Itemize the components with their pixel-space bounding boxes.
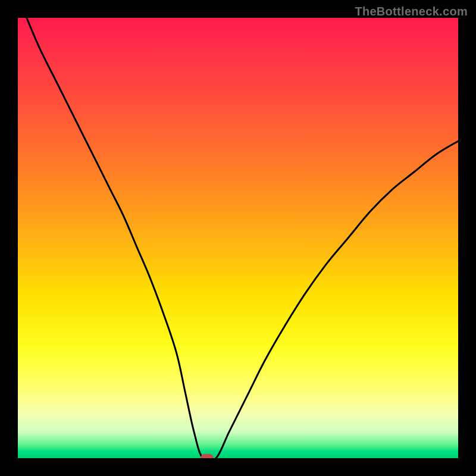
watermark-text: TheBottleneck.com — [355, 5, 468, 18]
bottleneck-curve — [18, 18, 458, 458]
chart-frame: TheBottleneck.com — [0, 0, 476, 476]
optimum-marker — [201, 454, 214, 458]
plot-area — [18, 18, 458, 458]
